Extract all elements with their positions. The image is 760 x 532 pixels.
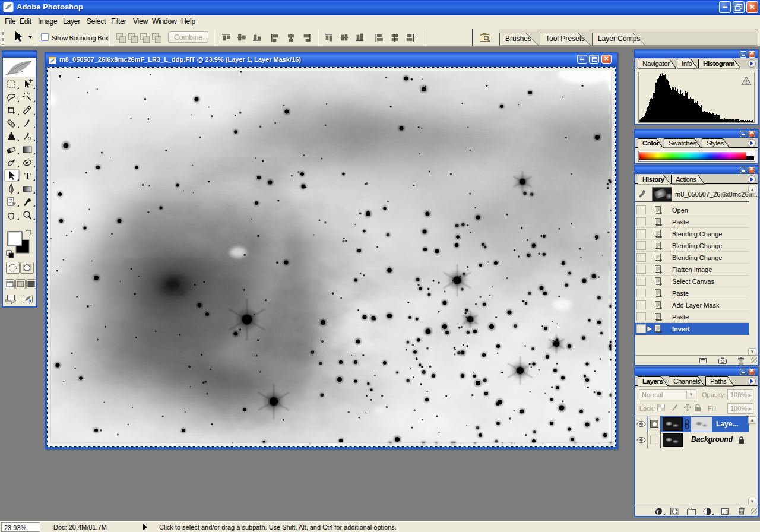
svg-text:Channels: Channels (673, 378, 701, 385)
svg-text:Paths: Paths (710, 378, 727, 385)
svg-text:Layers: Layers (642, 378, 663, 385)
svg-text:Actions: Actions (676, 176, 697, 183)
svg-text:Navigator: Navigator (642, 60, 670, 67)
svg-text:History: History (642, 176, 665, 183)
svg-text:T: T (24, 171, 31, 181)
svg-text:Info: Info (682, 60, 692, 67)
svg-text:Swatches: Swatches (669, 140, 696, 147)
svg-text:!: ! (745, 78, 747, 85)
svg-text:Brushes: Brushes (505, 34, 531, 43)
svg-text:Histogram: Histogram (703, 60, 734, 67)
svg-text:Tool Presets: Tool Presets (546, 34, 585, 43)
svg-text:Layer Comps: Layer Comps (598, 34, 640, 43)
svg-text:Color: Color (642, 140, 660, 147)
svg-text:Styles: Styles (707, 140, 724, 147)
